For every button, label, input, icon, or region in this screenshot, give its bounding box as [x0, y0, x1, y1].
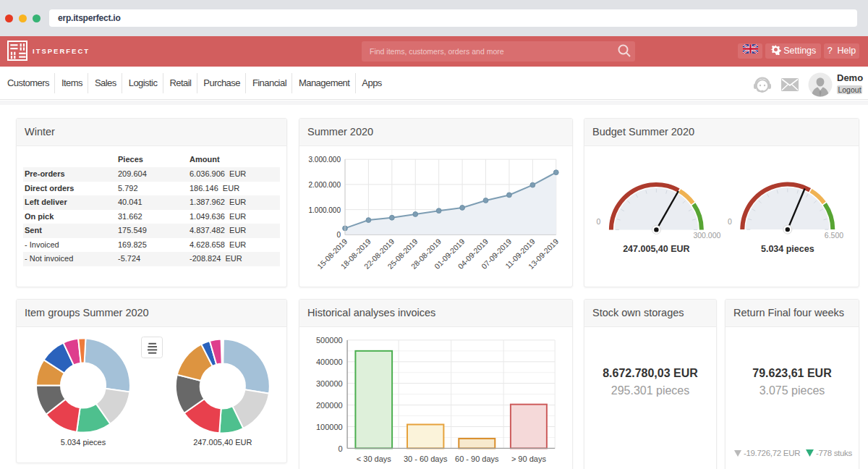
svg-text:0: 0: [597, 217, 601, 226]
svg-text:0: 0: [336, 231, 341, 239]
svg-text:400000: 400000: [316, 358, 343, 366]
svg-text:30 - 60 days: 30 - 60 days: [404, 455, 448, 463]
svg-text:0: 0: [339, 444, 343, 453]
svg-text:< 30 days: < 30 days: [357, 455, 392, 463]
svg-text:> 90 days: > 90 days: [511, 455, 547, 463]
svg-text:5.034 pieces: 5.034 pieces: [761, 244, 814, 254]
svg-text:1.000.000: 1.000.000: [309, 206, 341, 214]
svg-text:500000: 500000: [316, 336, 343, 345]
svg-text:3.000.000: 3.000.000: [309, 156, 341, 164]
svg-text:6.500: 6.500: [825, 231, 843, 240]
svg-text:300000: 300000: [316, 379, 343, 388]
svg-text:300.000: 300.000: [693, 231, 720, 240]
svg-text:247.005,40 EUR: 247.005,40 EUR: [623, 244, 689, 254]
svg-text:2.000.000: 2.000.000: [309, 181, 341, 189]
svg-text:100000: 100000: [316, 423, 343, 431]
svg-text:60 - 90 days: 60 - 90 days: [455, 455, 499, 463]
svg-text:247.005,40 EUR: 247.005,40 EUR: [193, 438, 252, 447]
svg-text:200000: 200000: [316, 401, 343, 410]
svg-text:0: 0: [728, 217, 732, 226]
svg-text:5.034 pieces: 5.034 pieces: [61, 438, 106, 447]
